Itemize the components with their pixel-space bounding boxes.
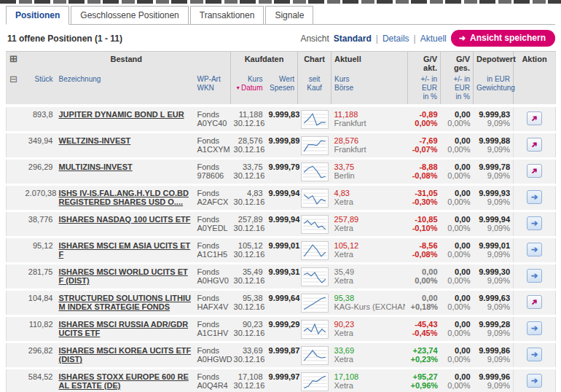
position-wert: 9.999,31 — [269, 267, 295, 276]
position-name-link[interactable]: JUPITER DYNAMIC BOND L EUR — [59, 110, 192, 119]
view-option-details[interactable]: Details — [382, 34, 409, 44]
position-gv-akt-pct: +0,18% — [411, 302, 438, 311]
save-view-button[interactable]: ➜ Ansicht speichern — [451, 30, 555, 47]
position-wert: 9.999,97 — [269, 372, 295, 381]
mini-chart[interactable] — [301, 136, 329, 155]
tab-signale[interactable]: Signale — [265, 6, 313, 24]
header-gv-akt-eur: +/- in EUR — [411, 75, 437, 93]
action-button[interactable]: ➔ — [527, 295, 542, 309]
tab-positionen[interactable]: Positionen — [6, 6, 69, 25]
action-button[interactable]: ➔ — [527, 216, 542, 230]
position-kauf-kurs: 28,576 — [234, 136, 263, 145]
position-gv-akt-pct: 0,00% — [411, 276, 438, 285]
portfolio-page: Positionen Geschlossene Positionen Trans… — [0, 4, 561, 392]
mini-chart[interactable] — [301, 189, 329, 208]
mini-chart[interactable] — [301, 110, 329, 129]
position-name-link[interactable]: ISHS IV-IS.FAL.ANG.H.YLD CO.BD REGISTERE… — [59, 189, 192, 206]
mini-chart[interactable] — [301, 346, 329, 365]
position-name-link[interactable]: ISHARES MSCI RUSSIA ADR/GDR UCITS ETF — [59, 320, 192, 337]
position-name-link[interactable]: ISHARES MSCI EM ASIA UCITS ETF — [59, 241, 192, 259]
position-wkn: A0YC40 — [197, 119, 228, 128]
position-gv-akt-eur: -0,89 — [411, 110, 438, 119]
action-button[interactable]: ➔ — [527, 164, 542, 178]
position-depotwert: 9.999,94 — [476, 215, 511, 224]
position-name-link[interactable]: MULTIZINS-INVEST — [59, 162, 192, 171]
header-aktuell: Aktuell — [332, 52, 408, 74]
mini-chart[interactable] — [301, 162, 329, 181]
tab-geschlossene-positionen[interactable]: Geschlossene Positionen — [71, 6, 188, 24]
position-aktuell-kurs: 90,23 — [334, 320, 405, 329]
mini-chart[interactable] — [301, 215, 329, 234]
mini-chart[interactable] — [301, 294, 329, 313]
position-wert: 9.999,87 — [269, 346, 295, 355]
position-gewichtung: 9,09% — [476, 224, 511, 232]
position-wert: 9.999,83 — [269, 110, 295, 119]
collapse-all-icon[interactable]: ⊟ — [9, 74, 17, 85]
save-view-label: Ansicht speichern — [470, 33, 546, 43]
position-name-link[interactable]: WELTZINS-INVEST — [59, 136, 192, 145]
action-button[interactable]: ➔ — [527, 243, 542, 256]
position-name-link[interactable]: ISHARES NASDAQ 100 UCITS ETF — [59, 215, 192, 224]
position-depotwert: 9.999,30 — [476, 267, 511, 276]
position-aktuell-kurs: 257,89 — [334, 215, 405, 224]
position-name-link[interactable]: ISHARES MSCI WORLD UCITS ETF (DIST) — [59, 267, 192, 285]
position-boerse: KAG-Kurs (EXCHANGE_C... — [334, 302, 405, 311]
position-boerse: Xetra — [334, 329, 405, 337]
table-header: ⊞ Bestand Kaufdaten Chart Aktuell G/V ak… — [7, 52, 556, 106]
position-gv-ges-pct: 0,00% — [444, 250, 471, 259]
header-aktuell-kurs: Kurs — [334, 75, 404, 84]
position-gv-ges-eur: 0,00 — [444, 320, 471, 329]
action-button[interactable]: ➔ — [527, 190, 542, 204]
position-gv-ges-eur: 0,00 — [444, 162, 471, 171]
row-spacer — [7, 159, 23, 185]
position-name-link[interactable]: STRUCTURED SOLUTIONS LITHIUM INDEX STRAT… — [59, 294, 192, 311]
action-button[interactable]: ➔ — [527, 269, 542, 283]
expand-all-icon[interactable]: ⊞ — [9, 53, 17, 64]
header-wkn: WKN — [197, 84, 228, 93]
action-button[interactable]: ➔ — [527, 348, 542, 361]
position-wp-art: Fonds — [197, 136, 228, 145]
mini-chart[interactable] — [301, 320, 329, 339]
position-name-link[interactable]: ISHARES MSCI KOREA UCITS ETF (DIST) — [59, 346, 192, 364]
position-boerse: Xetra — [334, 381, 405, 390]
position-row: 95,12 ISHARES MSCI EM ASIA UCITS ETF Fon… — [7, 238, 556, 264]
position-gv-akt-pct: +0,23% — [411, 355, 438, 364]
mini-chart[interactable] — [301, 267, 329, 286]
position-kauf-kurs: 33,75 — [234, 162, 263, 171]
position-row: 281,75 ISHARES MSCI WORLD UCITS ETF (DIS… — [7, 264, 556, 290]
row-spacer — [7, 342, 23, 369]
action-button[interactable]: ➔ — [527, 138, 542, 152]
position-gewichtung: 9,09% — [476, 381, 511, 390]
header-gv-akt: G/V akt. — [408, 52, 441, 74]
mini-chart[interactable] — [301, 241, 329, 260]
mini-chart[interactable] — [301, 372, 329, 391]
position-wkn: A0HGWD — [197, 355, 228, 364]
row-spacer — [7, 290, 23, 316]
action-button[interactable]: ➔ — [527, 111, 542, 125]
position-depotwert: 9.999,63 — [476, 294, 511, 302]
position-gv-ges-pct: 0,00% — [444, 197, 471, 206]
position-aktuell-kurs: 105,12 — [334, 241, 405, 250]
header-datum-sort[interactable]: ▼Datum — [234, 84, 263, 93]
position-stueck: 281,75 — [23, 264, 56, 290]
position-gv-ges-eur: 0,00 — [444, 372, 471, 381]
position-wp-art: Fonds — [197, 162, 228, 171]
action-button[interactable]: ➔ — [527, 374, 542, 388]
tab-transaktionen[interactable]: Transaktionen — [190, 6, 264, 24]
position-stueck: 104,84 — [23, 290, 56, 316]
position-wp-art: Fonds — [197, 320, 228, 329]
position-gewichtung: 9,09% — [476, 250, 511, 259]
position-boerse: Xetra — [334, 224, 405, 232]
view-option-aktuell[interactable]: Aktuell — [420, 34, 447, 44]
position-kauf-datum: 30.12.16 — [234, 224, 263, 232]
arrow-right-icon: ➜ — [459, 34, 466, 43]
action-button[interactable]: ➔ — [527, 321, 542, 335]
position-kauf-datum: 30.12.16 — [234, 250, 263, 259]
view-option-standard[interactable]: Standard — [334, 34, 372, 44]
position-gv-ges-pct: 0,00% — [444, 224, 471, 232]
position-wkn: HAFX4V — [197, 302, 228, 311]
position-name-link[interactable]: ISHARES STOXX EUROPE 600 REAL ESTATE (DE… — [59, 372, 192, 390]
position-stueck: 296,29 — [23, 159, 56, 185]
position-gv-akt-eur: +23,74 — [411, 346, 438, 355]
position-gv-akt-eur: -10,85 — [411, 215, 438, 224]
